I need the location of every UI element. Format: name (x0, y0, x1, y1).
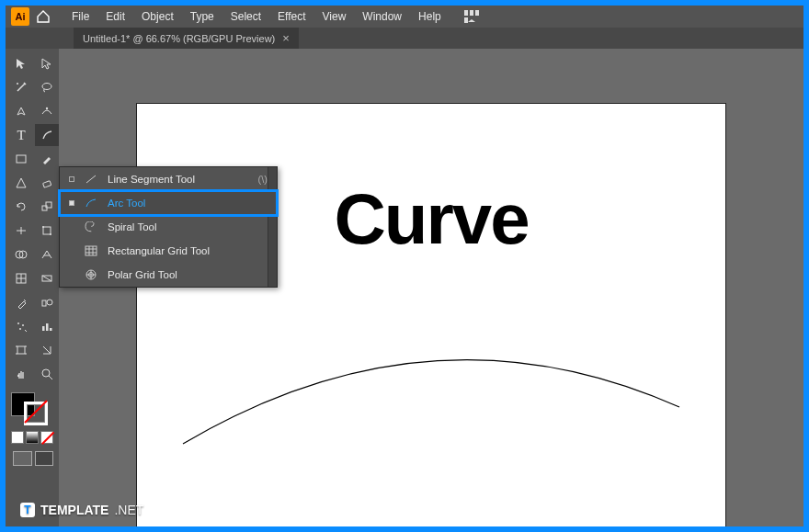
eraser-tool-icon[interactable] (35, 172, 59, 194)
svg-rect-0 (464, 10, 468, 16)
polar-grid-icon (84, 268, 98, 281)
svg-point-21 (22, 324, 24, 326)
none-mode-swatch[interactable] (40, 431, 53, 444)
zoom-tool-icon[interactable] (35, 363, 59, 385)
workarea: T (6, 49, 803, 526)
svg-rect-3 (464, 17, 468, 23)
shaper-tool-icon[interactable] (9, 172, 33, 194)
canvas-area[interactable]: Curve (59, 49, 803, 526)
line-tool-flyout: Line Segment Tool (\) Arc Tool Spiral To… (59, 166, 278, 288)
tools-panel: T (6, 49, 59, 526)
headline-text: Curve (334, 177, 528, 261)
svg-rect-24 (46, 323, 49, 331)
svg-rect-11 (43, 227, 51, 234)
spiral-icon (84, 221, 98, 233)
tool-indicator-icon (69, 176, 74, 182)
rect-grid-icon (84, 244, 98, 257)
svg-point-4 (17, 83, 18, 85)
color-mode-swatch[interactable] (11, 431, 24, 444)
rotate-tool-icon[interactable] (9, 196, 33, 218)
document-tab-title: Untitled-1* @ 66.67% (RGB/GPU Preview) (83, 33, 275, 44)
width-tool-icon[interactable] (9, 220, 33, 242)
gradient-mode-swatch[interactable] (26, 431, 39, 444)
slice-tool-icon[interactable] (35, 339, 59, 361)
svg-point-13 (50, 233, 51, 235)
flyout-item-label: Arc Tool (108, 198, 145, 209)
flyout-item-label: Spiral Tool (108, 221, 157, 232)
hand-tool-icon[interactable] (9, 363, 33, 385)
flyout-line-segment-tool[interactable]: Line Segment Tool (\) (60, 167, 277, 191)
color-panel (7, 389, 57, 470)
mesh-tool-icon[interactable] (9, 267, 33, 289)
menu-object[interactable]: Object (134, 6, 181, 28)
flyout-arc-tool[interactable]: Arc Tool (60, 191, 277, 215)
flyout-rectangular-grid-tool[interactable]: Rectangular Grid Tool (60, 239, 277, 263)
menu-select[interactable]: Select (223, 6, 268, 28)
artboard-tool-icon[interactable] (9, 339, 33, 361)
watermark-brand: TEMPLATE (40, 503, 108, 517)
menu-edit[interactable]: Edit (98, 6, 132, 28)
svg-rect-2 (475, 10, 479, 16)
svg-point-22 (19, 328, 21, 330)
lasso-tool-icon[interactable] (35, 76, 59, 98)
blend-tool-icon[interactable] (35, 291, 59, 313)
flyout-item-label: Polar Grid Tool (108, 269, 177, 280)
gradient-tool-icon[interactable] (35, 267, 59, 289)
svg-rect-8 (43, 181, 51, 187)
type-tool-icon[interactable]: T (9, 124, 33, 146)
home-icon[interactable] (33, 6, 53, 27)
direct-selection-tool-icon[interactable] (35, 52, 59, 74)
watermark: T TEMPLATE.NET (20, 503, 143, 517)
svg-point-6 (46, 108, 48, 109)
workspace-switcher-icon[interactable] (461, 6, 482, 27)
svg-rect-28 (85, 246, 97, 255)
menu-file[interactable]: File (64, 6, 97, 28)
svg-rect-23 (42, 326, 45, 331)
stroke-swatch[interactable] (24, 402, 48, 425)
menu-type[interactable]: Type (183, 6, 222, 28)
eyedropper-tool-icon[interactable] (9, 291, 33, 313)
perspective-grid-tool-icon[interactable] (35, 243, 59, 266)
close-icon[interactable]: × (282, 31, 290, 45)
svg-rect-1 (470, 10, 473, 16)
flyout-item-shortcut: (\) (258, 174, 268, 185)
flyout-spiral-tool[interactable]: Spiral Tool (60, 215, 277, 239)
svg-rect-18 (42, 300, 46, 306)
pen-tool-icon[interactable] (9, 100, 33, 122)
line-segment-tool-icon[interactable] (35, 124, 59, 146)
flyout-tearoff-handle[interactable] (268, 167, 277, 287)
scale-tool-icon[interactable] (35, 196, 59, 218)
selection-tool-icon[interactable] (9, 52, 33, 74)
curvature-tool-icon[interactable] (35, 100, 59, 122)
menu-help[interactable]: Help (411, 6, 449, 28)
menu-view[interactable]: View (315, 6, 354, 28)
document-tabbar: Untitled-1* @ 66.67% (RGB/GPU Preview) × (6, 28, 803, 49)
magic-wand-tool-icon[interactable] (9, 76, 33, 98)
svg-point-12 (42, 226, 44, 228)
symbol-sprayer-tool-icon[interactable] (9, 315, 33, 337)
screen-mode-normal-icon[interactable] (13, 451, 32, 466)
screen-mode-full-icon[interactable] (35, 451, 54, 466)
arc-path[interactable] (174, 306, 689, 453)
line-icon (84, 173, 98, 186)
svg-rect-25 (50, 328, 52, 331)
titlebar: Ai File Edit Object Type Select Effect V… (6, 6, 803, 28)
svg-point-27 (42, 369, 50, 377)
app-window: Ai File Edit Object Type Select Effect V… (6, 6, 803, 526)
column-graph-tool-icon[interactable] (35, 315, 59, 337)
watermark-suffix: .NET (114, 503, 143, 517)
svg-rect-7 (17, 155, 26, 163)
svg-point-20 (17, 323, 19, 324)
flyout-item-label: Line Segment Tool (108, 174, 195, 185)
menu-window[interactable]: Window (355, 6, 409, 28)
flyout-polar-grid-tool[interactable]: Polar Grid Tool (60, 263, 277, 287)
menu-effect[interactable]: Effect (270, 6, 313, 28)
menubar: File Edit Object Type Select Effect View… (64, 6, 449, 28)
document-tab[interactable]: Untitled-1* @ 66.67% (RGB/GPU Preview) × (74, 28, 299, 49)
arc-icon (84, 197, 98, 209)
shape-builder-tool-icon[interactable] (9, 243, 33, 266)
paintbrush-tool-icon[interactable] (35, 148, 59, 170)
rectangle-tool-icon[interactable] (9, 148, 33, 170)
free-transform-tool-icon[interactable] (35, 220, 59, 242)
watermark-logo-icon: T (20, 503, 35, 517)
